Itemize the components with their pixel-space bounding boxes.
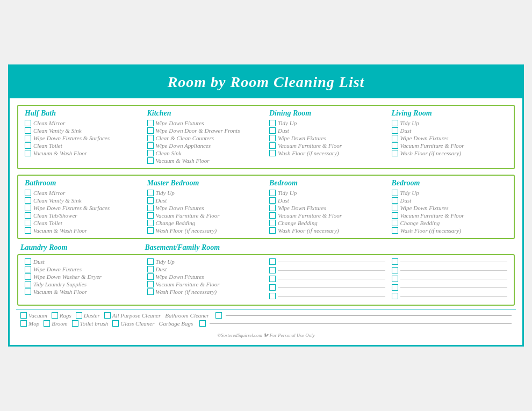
checkbox[interactable]	[269, 120, 276, 126]
checkbox[interactable]	[147, 273, 154, 280]
checkbox[interactable]	[392, 205, 398, 211]
checkbox[interactable]	[147, 220, 154, 226]
checkbox[interactable]	[392, 190, 398, 196]
checkbox[interactable]	[44, 320, 50, 327]
checkbox[interactable]	[269, 212, 276, 219]
checkbox[interactable]	[25, 273, 31, 280]
checkbox[interactable]	[25, 266, 31, 272]
checkbox[interactable]	[25, 281, 31, 287]
checkbox[interactable]	[25, 150, 31, 156]
supply-mop: Mop	[20, 320, 39, 327]
checkbox[interactable]	[20, 320, 27, 327]
checkbox[interactable]	[269, 127, 276, 134]
section-bathroom: Bathroom Clean Mirror Clean Vanity & Sin…	[21, 178, 144, 236]
checkbox[interactable]	[392, 120, 398, 126]
master-bedroom-list: Tidy Up Dust Wipe Down Fixtures Vacuum F…	[147, 190, 263, 234]
list-item: Tidy Up	[147, 258, 263, 265]
checkbox[interactable]	[199, 320, 206, 327]
blank-list-item	[269, 267, 385, 273]
list-item: Wipe Down Fixtures	[269, 205, 385, 211]
checkbox[interactable]	[147, 266, 154, 272]
checkbox[interactable]	[25, 197, 31, 204]
checkbox[interactable]	[25, 127, 31, 134]
checkbox[interactable]	[269, 284, 276, 291]
checkbox[interactable]	[392, 212, 398, 219]
checkbox[interactable]	[25, 120, 31, 126]
checkbox[interactable]	[147, 289, 154, 295]
checkbox[interactable]	[147, 142, 154, 149]
checkbox[interactable]	[147, 127, 154, 134]
checkbox[interactable]	[147, 227, 154, 234]
checkbox[interactable]	[215, 312, 222, 319]
checkbox[interactable]	[25, 258, 31, 265]
checkbox[interactable]	[147, 281, 154, 287]
checkbox[interactable]	[25, 205, 31, 211]
checkbox[interactable]	[25, 289, 31, 295]
checkbox[interactable]	[147, 190, 154, 196]
checkbox[interactable]	[269, 150, 276, 156]
checkbox[interactable]	[269, 142, 276, 149]
checkbox[interactable]	[25, 142, 31, 149]
checkbox[interactable]	[147, 135, 154, 141]
checkbox[interactable]	[269, 227, 276, 234]
checkbox[interactable]	[269, 267, 276, 273]
checkbox[interactable]	[147, 205, 154, 211]
footer: ©SosteredSquirrel.com 🐿 For Personal Use…	[16, 331, 516, 340]
supply-all-purpose: All Purpose Cleaner	[104, 312, 161, 319]
checkbox[interactable]	[147, 258, 154, 265]
checkbox[interactable]	[52, 312, 58, 319]
checkbox[interactable]	[392, 220, 398, 226]
checkbox[interactable]	[392, 142, 398, 149]
checkbox[interactable]	[25, 220, 31, 226]
checkbox[interactable]	[269, 293, 276, 299]
checkbox[interactable]	[269, 135, 276, 141]
blank-list-item	[269, 284, 385, 291]
checkbox[interactable]	[392, 197, 398, 204]
checkbox[interactable]	[392, 276, 398, 282]
checkbox[interactable]	[269, 220, 276, 226]
checkbox[interactable]	[20, 312, 27, 319]
checkbox[interactable]	[104, 312, 111, 319]
checkbox[interactable]	[392, 135, 398, 141]
checkbox[interactable]	[392, 267, 398, 273]
checkbox[interactable]	[392, 227, 398, 234]
checkbox[interactable]	[269, 205, 276, 211]
master-bedroom-title: Master Bedroom	[147, 179, 263, 188]
list-item: Wipe Down Fixtures	[147, 273, 263, 280]
checkbox[interactable]	[392, 258, 398, 265]
list-item: Wash Floor (if necessary)	[269, 227, 385, 234]
checkbox[interactable]	[392, 127, 398, 134]
section-half-bath: Half Bath Clean Mirror Clean Vanity & Si…	[21, 108, 144, 166]
list-item: Dust	[269, 127, 385, 134]
checkbox[interactable]	[392, 284, 398, 291]
checkbox[interactable]	[25, 135, 31, 141]
list-item: Dust	[147, 266, 263, 272]
checkbox[interactable]	[147, 150, 154, 156]
checkbox[interactable]	[72, 320, 78, 327]
checkbox[interactable]	[269, 197, 276, 204]
list-item: Clean Mirror	[25, 190, 141, 196]
row2-bordered: Bathroom Clean Mirror Clean Vanity & Sin…	[17, 175, 515, 239]
checkbox[interactable]	[392, 293, 398, 299]
checkbox[interactable]	[25, 212, 31, 219]
checkbox[interactable]	[269, 258, 276, 265]
checkbox[interactable]	[76, 312, 82, 319]
blank-list-2	[392, 258, 508, 299]
blank-list-item	[392, 258, 508, 265]
checkbox[interactable]	[25, 190, 31, 196]
list-item: Wipe Down Washer & Dryer	[25, 273, 141, 280]
page: Room by Room Cleaning List Half Bath Cle…	[8, 64, 524, 347]
checkbox[interactable]	[269, 276, 276, 282]
list-item: Vacuum & Wash Floor	[25, 150, 141, 156]
checkbox[interactable]	[25, 227, 31, 234]
list-item: Wash Floor (if necessary)	[147, 227, 263, 234]
checkbox[interactable]	[147, 157, 154, 164]
checkbox[interactable]	[147, 120, 154, 126]
checkbox[interactable]	[269, 190, 276, 196]
list-item: Vacuum Furniture & Floor	[147, 281, 263, 287]
checkbox[interactable]	[112, 320, 119, 327]
checkbox[interactable]	[147, 197, 154, 204]
section-master-bedroom: Master Bedroom Tidy Up Dust Wipe Down Fi…	[144, 178, 267, 236]
checkbox[interactable]	[392, 150, 398, 156]
checkbox[interactable]	[147, 212, 154, 219]
